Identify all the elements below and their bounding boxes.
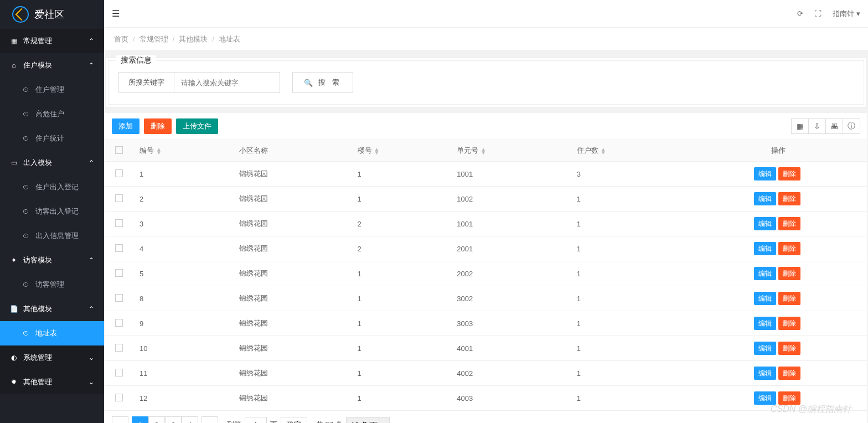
row-checkbox[interactable] [115,244,123,252]
row-delete-button[interactable]: 删除 [778,391,800,405]
row-delete-button[interactable]: 删除 [778,217,800,230]
edit-button[interactable]: 编辑 [754,317,776,330]
nav-list: ▦常规管理⌃⌂住户模块⌃⏲住户管理⏲高危住户⏲住户统计▭出入模块⌃⏲住户出入登记… [0,29,104,394]
search-input[interactable] [174,73,280,92]
nav-icon: ▭ [10,159,18,167]
page-unit: 页 [270,420,277,423]
compass-dropdown[interactable]: 指南针 ▾ [833,9,860,19]
cell-community: 锦绣花园 [232,261,351,286]
next-page-button[interactable]: › [202,416,218,423]
cell-building: 1 [351,361,451,386]
table-row: 12锦绣花园140031编辑 删除 [105,386,867,411]
nav-label: 住户出入登记 [35,183,79,191]
cell-community: 锦绣花园 [232,236,351,261]
edit-button[interactable]: 编辑 [754,292,776,305]
crumb-0[interactable]: 首页 [114,34,128,44]
cell-id: 4 [133,236,232,261]
chevron-icon: ⌃ [89,256,94,264]
row-checkbox[interactable] [115,319,123,327]
nav-item-7[interactable]: ⏲访客出入登记 [0,199,104,224]
row-delete-button[interactable]: 删除 [778,367,800,380]
row-checkbox[interactable] [115,394,123,401]
table-row: 10锦绣花园140011编辑 删除 [105,336,867,361]
nav-item-5[interactable]: ▭出入模块⌃ [0,151,104,175]
page-confirm-button[interactable]: 确定 [281,417,307,423]
nav-item-14[interactable]: ✹其他管理⌄ [0,370,104,394]
add-button[interactable]: 添加 [112,118,140,134]
nav-item-11[interactable]: 📄其他模块⌃ [0,297,104,321]
row-delete-button[interactable]: 删除 [778,292,800,305]
cell-community: 锦绣花园 [232,187,351,212]
nav-item-3[interactable]: ⏲高危住户 [0,102,104,126]
row-checkbox[interactable] [115,294,123,302]
nav-item-9[interactable]: ✦访客模块⌃ [0,248,104,272]
th-2[interactable]: 楼号▲▼ [351,140,451,162]
nav-item-4[interactable]: ⏲住户统计 [0,126,104,151]
row-delete-button[interactable]: 删除 [778,192,800,205]
print-icon[interactable]: 🖶 [825,118,843,134]
th-1[interactable]: 小区名称 [232,140,351,162]
row-delete-button[interactable]: 删除 [778,167,800,180]
edit-button[interactable]: 编辑 [754,367,776,380]
edit-button[interactable]: 编辑 [754,267,776,280]
nav-icon: ⏲ [22,110,30,118]
nav-label: 系统管理 [23,353,52,362]
fullscreen-icon[interactable]: ⛶ [814,9,822,18]
refresh-icon[interactable]: ⟳ [797,9,803,18]
chevron-icon: ⌃ [89,61,94,69]
delete-button[interactable]: 删除 [144,118,172,134]
cell-id: 11 [133,361,232,386]
export-icon[interactable]: ⇩ [808,118,826,134]
row-checkbox[interactable] [115,269,123,277]
page-input[interactable] [245,417,267,423]
prev-page-button[interactable]: ‹ [112,416,128,423]
page-3[interactable]: 3 [165,416,182,423]
search-button[interactable]: 🔍 搜 索 [292,72,353,93]
edit-button[interactable]: 编辑 [754,217,776,230]
select-all-checkbox[interactable] [115,146,123,154]
nav-item-8[interactable]: ⏲出入信息管理 [0,224,104,248]
th-3[interactable]: 单元号▲▼ [450,140,570,162]
row-delete-button[interactable]: 删除 [778,317,800,330]
row-checkbox[interactable] [115,219,123,227]
crumb-1[interactable]: 常规管理 [140,34,168,44]
table-row: 11锦绣花园140021编辑 删除 [105,361,867,386]
nav-label: 其他管理 [23,378,52,386]
nav-label: 其他模块 [23,305,52,313]
info-icon[interactable]: ⓘ [843,118,860,134]
nav-item-13[interactable]: ◐系统管理⌄ [0,345,104,370]
edit-button[interactable]: 编辑 [754,242,776,255]
nav-label: 出入模块 [23,158,52,167]
menu-toggle-icon[interactable]: ☰ [112,8,120,19]
edit-button[interactable]: 编辑 [754,391,776,405]
page-4[interactable]: 4 [182,416,198,423]
upload-button[interactable]: 上传文件 [176,118,218,134]
crumb-2[interactable]: 其他模块 [179,34,208,44]
th-0[interactable]: 编号▲▼ [133,140,232,162]
nav-item-12[interactable]: ⏲地址表 [0,321,104,345]
row-checkbox[interactable] [115,369,123,376]
row-checkbox[interactable] [115,344,123,352]
page-2[interactable]: 2 [148,416,165,423]
th-4[interactable]: 住户数▲▼ [570,140,690,162]
nav-icon: ⏲ [22,232,30,240]
nav-item-10[interactable]: ⏲访客管理 [0,272,104,297]
row-delete-button[interactable]: 删除 [778,342,800,355]
edit-button[interactable]: 编辑 [754,167,776,180]
row-checkbox[interactable] [115,194,123,202]
per-page-select[interactable]: 10 条/页 [346,417,390,423]
nav-item-1[interactable]: ⌂住户模块⌃ [0,53,104,78]
row-checkbox[interactable] [115,169,123,177]
nav-item-2[interactable]: ⏲住户管理 [0,78,104,102]
page-1[interactable]: 1 [132,416,148,423]
row-delete-button[interactable]: 删除 [778,267,800,280]
cell-unit: 2001 [450,236,570,261]
nav-item-0[interactable]: ▦常规管理⌃ [0,29,104,53]
table-row: 2锦绣花园110021编辑 删除 [105,187,867,212]
edit-button[interactable]: 编辑 [754,192,776,205]
edit-button[interactable]: 编辑 [754,342,776,355]
columns-icon[interactable]: ▦ [791,118,809,134]
th-5[interactable]: 操作 [690,140,867,162]
nav-item-6[interactable]: ⏲住户出入登记 [0,175,104,199]
row-delete-button[interactable]: 删除 [778,242,800,255]
